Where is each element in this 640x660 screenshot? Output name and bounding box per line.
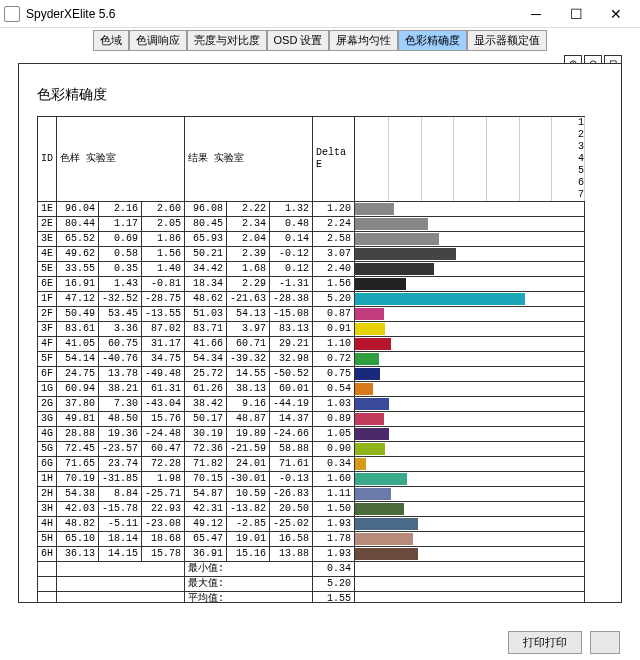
col-delta: Delta E [313, 117, 355, 202]
table-row: 5E 33.550.351.40 34.421.680.12 2.40 [38, 262, 585, 277]
summary-row: 平均值: 1.55 [38, 592, 585, 604]
table-row: 5H 65.1018.1418.68 65.4719.0116.58 1.78 [38, 532, 585, 547]
table-row: 4F 41.0560.7531.17 41.6660.7129.21 1.10 [38, 337, 585, 352]
table-row: 2H 54.388.84-25.71 54.8710.59-26.83 1.11 [38, 487, 585, 502]
data-table: ID 色样 实验室 结果 实验室 Delta E 1234567 1E 96.0… [37, 116, 585, 603]
maximize-button[interactable]: ☐ [556, 0, 596, 28]
close-button[interactable]: ✕ [596, 0, 636, 28]
tab-2[interactable]: 亮度与对比度 [187, 30, 267, 51]
table-row: 4H 48.82-5.11-23.08 49.12-2.85-25.02 1.9… [38, 517, 585, 532]
window-title: SpyderXElite 5.6 [26, 7, 516, 21]
table-row: 1G 60.9438.2161.31 61.2638.1360.01 0.54 [38, 382, 585, 397]
footer-bar: 打印打印 [508, 631, 620, 654]
tab-0[interactable]: 色域 [93, 30, 129, 51]
col-sample: 色样 实验室 [57, 117, 185, 202]
table-row: 3G 49.8148.5015.76 50.1748.8714.37 0.89 [38, 412, 585, 427]
table-row: 2G 37.807.30-43.04 38.429.16-44.19 1.03 [38, 397, 585, 412]
footer-button-2[interactable] [590, 631, 620, 654]
table-row: 5F 54.14-40.7634.75 54.34-39.3232.98 0.7… [38, 352, 585, 367]
table-row: 6G 71.6523.7472.28 71.8224.0171.61 0.34 [38, 457, 585, 472]
table-row: 2F 50.4953.45-13.55 51.0354.13-15.08 0.8… [38, 307, 585, 322]
table-row: 6F 24.7513.78-49.48 25.7214.55-50.52 0.7… [38, 367, 585, 382]
summary-row: 最小值: 0.34 [38, 562, 585, 577]
table-row: 1E 96.042.162.60 96.082.221.32 1.20 [38, 202, 585, 217]
titlebar: SpyderXElite 5.6 ─ ☐ ✕ [0, 0, 640, 28]
table-header-row: ID 色样 实验室 结果 实验室 Delta E 1234567 [38, 117, 585, 202]
table-row: 4E 49.620.581.56 50.212.39-0.12 3.07 [38, 247, 585, 262]
table-row: 6E 16.911.43-0.81 18.342.29-1.31 1.56 [38, 277, 585, 292]
summary-row: 最大值: 5.20 [38, 577, 585, 592]
table-row: 3H 42.03-15.7822.93 42.31-13.8220.50 1.5… [38, 502, 585, 517]
table-row: 5G 72.45-23.5760.47 72.36-21.5958.88 0.9… [38, 442, 585, 457]
chart-axis-cell: 1234567 [355, 117, 585, 202]
table-row: 3E 65.520.691.86 65.932.040.14 2.58 [38, 232, 585, 247]
table-row: 3F 83.613.3687.02 83.713.9783.13 0.91 [38, 322, 585, 337]
tab-1[interactable]: 色调响应 [129, 30, 187, 51]
col-result: 结果 实验室 [185, 117, 313, 202]
tab-bar: 色域色调响应亮度与对比度OSD 设置屏幕均匀性色彩精确度显示器额定值 [0, 28, 640, 53]
tab-3[interactable]: OSD 设置 [267, 30, 330, 51]
page-title: 色彩精确度 [37, 86, 603, 104]
minimize-button[interactable]: ─ [516, 0, 556, 28]
tab-5[interactable]: 色彩精确度 [398, 30, 467, 51]
app-icon [4, 6, 20, 22]
print-button[interactable]: 打印打印 [508, 631, 582, 654]
col-id: ID [38, 117, 57, 202]
table-row: 4G 28.8819.36-24.48 30.1919.89-24.66 1.0… [38, 427, 585, 442]
tab-6[interactable]: 显示器额定值 [467, 30, 547, 51]
tab-4[interactable]: 屏幕均匀性 [329, 30, 398, 51]
table-row: 1H 70.19-31.851.98 70.15-30.01-0.13 1.60 [38, 472, 585, 487]
table-row: 2E 80.441.172.05 80.452.340.48 2.24 [38, 217, 585, 232]
content-area: ⊕ ⊖ ⊡ 色彩精确度 ID 色样 实验室 结果 实验室 Delta E 123… [0, 53, 640, 613]
table-row: 1F 47.12-32.52-28.75 48.62-21.63-28.38 5… [38, 292, 585, 307]
report-page: 色彩精确度 ID 色样 实验室 结果 实验室 Delta E 1234567 1… [18, 63, 622, 603]
table-row: 6H 36.1314.1515.78 36.9115.1613.88 1.93 [38, 547, 585, 562]
